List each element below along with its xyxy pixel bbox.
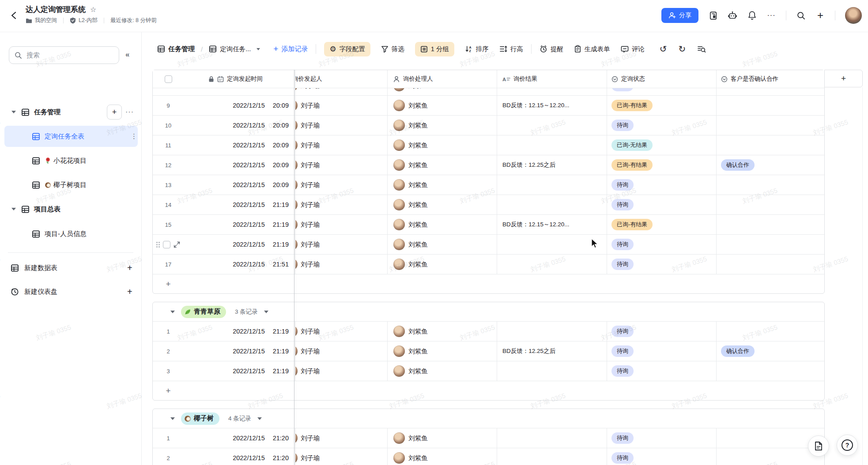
confirm-cell[interactable]: 确认合作 [716, 341, 824, 361]
field-config-button[interactable]: ⚙ 字段配置 [324, 42, 370, 56]
generate-form-button[interactable]: 生成表单 [574, 45, 610, 53]
result-cell[interactable] [497, 448, 607, 465]
inquiry-time-cell[interactable]: 2022/12/1521:19 [184, 322, 295, 341]
user-avatar[interactable] [845, 7, 862, 24]
collapse-group-icon[interactable] [170, 417, 175, 420]
column-header-handler[interactable]: 询价处理人 [387, 70, 497, 88]
add-icon[interactable]: + [127, 263, 132, 273]
result-cell[interactable]: BD反馈：12.15～12.20... [497, 96, 607, 115]
status-cell[interactable]: 已询-有结果 [607, 155, 716, 175]
inquiry-time-cell[interactable]: 2022/12/1520:09 [184, 175, 295, 195]
handler-cell[interactable]: 刘紫鱼 [387, 341, 497, 361]
row-number-cell[interactable]: 10 [153, 116, 184, 135]
status-cell[interactable]: 待询 [607, 195, 716, 214]
redo-button[interactable]: ↻ [678, 44, 686, 54]
status-cell[interactable]: 待询 [607, 116, 716, 135]
handler-cell[interactable]: 刘紫鱼 [387, 135, 497, 155]
status-cell[interactable]: 待询 [607, 341, 716, 361]
result-cell[interactable] [497, 88, 607, 95]
workbench-icon[interactable] [708, 11, 718, 20]
drag-handle-icon[interactable] [156, 242, 160, 248]
share-button[interactable]: 分享 [661, 8, 698, 23]
row-number-cell[interactable]: 17 [153, 255, 184, 274]
handler-cell[interactable]: 刘紫鱼 [387, 322, 497, 341]
sidebar-item-coconut-project[interactable]: 椰子树项目 [4, 174, 138, 195]
result-cell[interactable] [497, 428, 607, 448]
sidebar-item-inquiry-full-table[interactable]: 定询任务全表 ⋮ [4, 126, 138, 147]
add-record-row[interactable]: + [153, 274, 824, 293]
initiator-cell[interactable]: 刘子瑜 [295, 341, 387, 361]
initiator-cell[interactable]: 刘子瑜 [295, 135, 387, 155]
sidebar-item-project-summary[interactable]: 项目总表 [4, 199, 138, 220]
status-cell[interactable]: 待询 [607, 448, 716, 465]
handler-cell[interactable]: 刘紫鱼 [387, 155, 497, 175]
column-header-status[interactable]: 定询状态 [607, 70, 716, 88]
result-cell[interactable] [497, 135, 607, 155]
add-table-button[interactable]: + [107, 105, 122, 120]
select-all-checkbox[interactable] [165, 75, 172, 83]
inquiry-time-cell[interactable]: 2022/12/1521:20 [184, 428, 295, 448]
security-level[interactable]: L2-内部 [70, 17, 98, 24]
handler-cell[interactable]: 刘紫鱼 [387, 215, 497, 234]
confirm-cell[interactable] [716, 88, 824, 95]
handler-cell[interactable]: 刘紫鱼 [387, 428, 497, 448]
status-cell[interactable]: 待询 [607, 322, 716, 341]
initiator-cell[interactable]: 刘子瑜 [295, 428, 387, 448]
group-menu-caret-icon[interactable] [257, 417, 262, 420]
confirm-cell[interactable] [716, 255, 824, 274]
confirm-cell[interactable] [716, 116, 824, 135]
row-number-cell[interactable]: 8 [153, 88, 184, 95]
row-number-cell[interactable]: 11 [153, 135, 184, 155]
initiator-cell[interactable]: 刘子瑜 [295, 88, 387, 95]
filter-button[interactable]: 筛选 [381, 45, 404, 53]
row-height-button[interactable]: 行高 [499, 45, 523, 53]
add-field-button[interactable]: + [824, 70, 863, 87]
row-number-cell[interactable]: 13 [153, 175, 184, 195]
group-button[interactable]: 1 分组 [415, 42, 454, 56]
initiator-cell[interactable]: 刘子瑜 [295, 155, 387, 175]
handler-cell[interactable]: 刘紫鱼 [387, 235, 497, 254]
table-tab[interactable]: 任务管理 [157, 45, 195, 53]
find-in-view-button[interactable] [697, 45, 706, 53]
add-record-plus-icon[interactable]: + [153, 279, 184, 289]
inquiry-time-cell[interactable]: 2022/12/1521:19 [184, 235, 295, 254]
add-record-plus-icon[interactable]: + [153, 386, 184, 396]
breadcrumb-space[interactable]: 我的空间 [26, 17, 57, 24]
inquiry-time-cell[interactable]: 2022/12/1520:09 [184, 135, 295, 155]
status-cell[interactable]: 待询 [607, 255, 716, 274]
handler-cell[interactable]: 刘紫鱼 [387, 88, 497, 95]
initiator-cell[interactable]: 刘子瑜 [295, 448, 387, 465]
add-record-button[interactable]: + 添加记录 [273, 44, 308, 54]
row-number-cell[interactable]: 3 [153, 361, 184, 381]
confirm-cell[interactable] [716, 361, 824, 381]
sidebar-item-project-personnel[interactable]: 项目-人员信息 [4, 223, 138, 244]
initiator-cell[interactable]: 刘子瑜 [295, 195, 387, 214]
assistant-robot-icon[interactable] [728, 11, 737, 20]
result-cell[interactable] [497, 235, 607, 254]
result-cell[interactable]: BD反馈：12.25之后 [497, 155, 607, 175]
status-cell[interactable]: 已询-无结果 [607, 135, 716, 155]
row-number-cell[interactable]: 12 [153, 155, 184, 175]
row-number-cell[interactable]: 2 [153, 448, 184, 465]
item-menu-kebab-icon[interactable]: ⋮ [131, 132, 137, 140]
expand-record-icon[interactable] [174, 241, 180, 248]
result-cell[interactable]: BD反馈：12.15～12.20... [497, 215, 607, 234]
status-cell[interactable]: 待询 [607, 175, 716, 195]
new-dashboard-button[interactable]: 新建仪表盘 + [4, 281, 138, 302]
result-cell[interactable]: BD反馈：12.25之后 [497, 341, 607, 361]
inquiry-time-cell[interactable]: 2022/12/1520:09 [184, 155, 295, 175]
confirm-cell[interactable] [716, 175, 824, 195]
view-switcher[interactable]: 定询任务... [209, 45, 260, 53]
initiator-cell[interactable]: 刘子瑜 [295, 215, 387, 234]
column-header-confirm[interactable]: 客户是否确认合作 [716, 70, 824, 88]
status-cell[interactable]: 已询-有结果 [607, 215, 716, 234]
column-header-initiator[interactable]: 询价发起人 [295, 70, 387, 88]
help-button[interactable]: ? [837, 435, 858, 456]
status-cell[interactable]: 待询 [607, 361, 716, 381]
inquiry-time-cell[interactable]: 2022/12/1521:19 [184, 195, 295, 214]
column-header-inquiry-time[interactable]: 定询发起时间 [184, 70, 295, 88]
undo-button[interactable]: ↺ [660, 44, 667, 54]
caret-down-icon[interactable] [11, 208, 16, 210]
row-number-cell[interactable]: 1 [153, 428, 184, 448]
confirm-cell[interactable] [716, 96, 824, 115]
